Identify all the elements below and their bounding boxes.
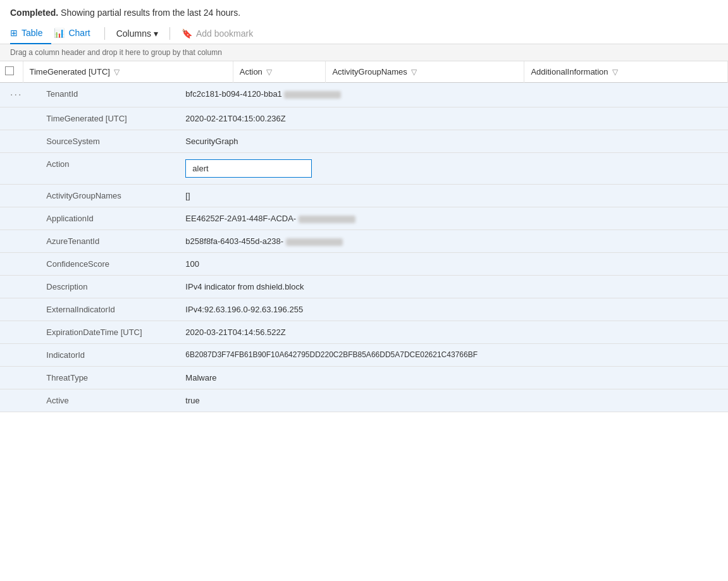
status-rest: Showing partial results from the last 24…: [58, 8, 240, 18]
status-bar: Completed. Showing partial results from …: [0, 0, 728, 23]
detail-row-description: Description IPv4 indicator from dshield.…: [0, 276, 728, 298]
detail-row-azuretenantid: AzureTenantId b258f8fa-6403-455d-a238-: [0, 230, 728, 253]
drag-hint: Drag a column header and drop it here to…: [0, 44, 728, 61]
blurred-tenantid: [284, 91, 341, 99]
detail-row-externalindicatorid: ExternalIndicatorId IPv4:92.63.196.0-92.…: [0, 298, 728, 321]
status-bold: Completed.: [10, 8, 58, 18]
detail-key-threattype: ThreatType: [36, 367, 175, 389]
table-body: ··· TenantId bfc2c181-b094-4120-bba1: [0, 83, 728, 413]
blurred-appid: [299, 216, 355, 223]
filter-activitygroup-icon[interactable]: ▽: [411, 68, 417, 76]
table-icon: ⊞: [10, 28, 18, 38]
table-header-row: TimeGenerated [UTC] ▽ Action ▽ ActivityG…: [0, 61, 728, 83]
detail-val-active: true: [175, 389, 727, 412]
detail-val-confidencescore: 100: [175, 253, 727, 276]
tab-table-label: Table: [22, 28, 42, 38]
detail-val-tenantid: bfc2c181-b094-4120-bba1: [175, 83, 727, 107]
detail-val-externalindicatorid: IPv4:92.63.196.0-92.63.196.255: [175, 298, 727, 321]
checkbox-header: [0, 61, 23, 83]
tab-divider-2: [170, 27, 170, 40]
detail-key-tenantid: TenantId: [36, 83, 175, 107]
detail-key-externalindicatorid: ExternalIndicatorId: [36, 298, 175, 321]
action-highlighted-value: alert: [185, 159, 312, 178]
detail-val-azuretenantid: b258f8fa-6403-455d-a238-: [175, 230, 727, 253]
detail-row-indicatorid: IndicatorId 6B2087D3F74FB61B90F10A642795…: [0, 344, 728, 367]
detail-row-appid: ApplicationId EE46252F-2A91-448F-ACDA-: [0, 207, 728, 230]
th-timegen: TimeGenerated [UTC] ▽: [23, 61, 233, 83]
detail-key-timegen: TimeGenerated [UTC]: [36, 107, 175, 130]
table-row-expanded: ··· TenantId bfc2c181-b094-4120-bba1: [0, 83, 728, 413]
details-table: ··· TenantId bfc2c181-b094-4120-bba1: [0, 83, 728, 412]
add-bookmark-label: Add bookmark: [196, 28, 253, 39]
bookmark-icon: 🔖: [182, 28, 192, 39]
detail-val-threattype: Malware: [175, 367, 727, 389]
columns-button[interactable]: Columns ▾: [110, 25, 164, 42]
detail-row-threattype: ThreatType Malware: [0, 367, 728, 389]
detail-val-appid: EE46252F-2A91-448F-ACDA-: [175, 207, 727, 230]
th-activitygroup: ActivityGroupNames ▽: [326, 61, 524, 83]
select-all-checkbox[interactable]: [5, 66, 14, 75]
detail-row-timegen: TimeGenerated [UTC] 2020-02-21T04:15:00.…: [0, 107, 728, 130]
detail-key-expiration: ExpirationDateTime [UTC]: [36, 321, 175, 344]
detail-row-expiration: ExpirationDateTime [UTC] 2020-03-21T04:1…: [0, 321, 728, 344]
results-table: TimeGenerated [UTC] ▽ Action ▽ ActivityG…: [0, 61, 728, 412]
row-options-button[interactable]: ···: [6, 89, 26, 100]
detail-key-sourcesystem: SourceSystem: [36, 130, 175, 153]
tab-chart-label: Chart: [68, 28, 90, 38]
detail-row-activitygroup: ActivityGroupNames []: [0, 185, 728, 207]
detail-row-action: Action alert: [0, 153, 728, 185]
detail-key-active: Active: [36, 389, 175, 412]
detail-val-sourcesystem: SecurityGraph: [175, 130, 727, 153]
detail-key-confidencescore: ConfidenceScore: [36, 253, 175, 276]
blurred-azuretenantid: [286, 238, 343, 246]
detail-row-confidencescore: ConfidenceScore 100: [0, 253, 728, 276]
chart-icon: 📊: [54, 28, 65, 38]
filter-additionalinfo-icon[interactable]: ▽: [612, 68, 618, 76]
detail-val-action: alert: [175, 153, 727, 185]
detail-key-azuretenantid: AzureTenantId: [36, 230, 175, 253]
filter-timegen-icon[interactable]: ▽: [114, 68, 120, 76]
detail-val-expiration: 2020-03-21T04:14:56.522Z: [175, 321, 727, 344]
detail-row-sourcesystem: SourceSystem SecurityGraph: [0, 130, 728, 153]
filter-action-icon[interactable]: ▽: [266, 68, 272, 76]
detail-val-activitygroup: []: [175, 185, 727, 207]
detail-key-appid: ApplicationId: [36, 207, 175, 230]
detail-val-timegen: 2020-02-21T04:15:00.236Z: [175, 107, 727, 130]
detail-val-indicatorid: 6B2087D3F74FB61B90F10A642795DD220C2BFB85…: [175, 344, 727, 367]
columns-label: Columns: [116, 28, 151, 39]
tab-bar: ⊞ Table 📊 Chart Columns ▾ 🔖 Add bookmark: [0, 23, 728, 44]
chevron-down-icon: ▾: [154, 28, 158, 39]
tab-table[interactable]: ⊞ Table: [10, 23, 51, 44]
tab-divider: [104, 27, 105, 40]
th-action: Action ▽: [233, 61, 326, 83]
detail-key-indicatorid: IndicatorId: [36, 344, 175, 367]
detail-key-description: Description: [36, 276, 175, 298]
add-bookmark-button[interactable]: 🔖 Add bookmark: [175, 25, 259, 42]
detail-key-action: Action: [36, 153, 175, 185]
detail-key-activitygroup: ActivityGroupNames: [36, 185, 175, 207]
th-additionalinfo: AdditionalInformation ▽: [524, 61, 728, 83]
results-table-container: TimeGenerated [UTC] ▽ Action ▽ ActivityG…: [0, 61, 728, 412]
detail-row-active: Active true: [0, 389, 728, 412]
detail-val-description: IPv4 indicator from dshield.block: [175, 276, 727, 298]
tab-chart[interactable]: 📊 Chart: [54, 23, 99, 44]
detail-row-tenantid: ··· TenantId bfc2c181-b094-4120-bba1: [0, 83, 728, 107]
